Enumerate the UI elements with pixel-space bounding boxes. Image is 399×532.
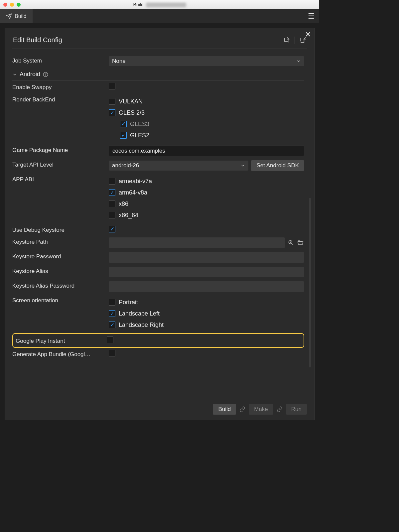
svg-point-1 xyxy=(46,75,46,76)
panel-header: Edit Build Config xyxy=(12,32,307,49)
landscape-left-checkbox[interactable] xyxy=(109,310,115,317)
build-button[interactable]: Build xyxy=(213,404,236,415)
tab-label: Build xyxy=(15,13,27,19)
row-screen-orientation: Screen orientation Portrait Landscape Le… xyxy=(12,294,304,333)
run-button[interactable]: Run xyxy=(286,404,307,415)
vulkan-checkbox[interactable] xyxy=(109,98,115,105)
panel-title: Edit Build Config xyxy=(13,36,62,44)
backend-gles3: GLES3 xyxy=(120,119,304,129)
row-game-package-name: Game Package Name xyxy=(12,144,304,158)
keystore-alias-input[interactable] xyxy=(109,267,304,277)
keystore-password-input[interactable] xyxy=(109,252,304,263)
label-generate-app-bundle: Generate App Bundle (Googl… xyxy=(12,350,109,358)
window-close-button[interactable] xyxy=(3,3,7,7)
group-android[interactable]: Android xyxy=(12,68,304,81)
import-icon[interactable] xyxy=(283,37,290,44)
game-package-name-input[interactable] xyxy=(109,146,304,156)
window-minimize-button[interactable] xyxy=(10,3,14,7)
label-keystore-alias: Keystore Alias xyxy=(12,267,109,275)
label-google-play-instant: Google Play Instant xyxy=(16,336,107,344)
backend-vulkan: VULKAN xyxy=(109,96,304,106)
generate-app-bundle-checkbox[interactable] xyxy=(109,350,115,356)
abi-armeabi-v7a: armeabi-v7a xyxy=(109,176,304,186)
orientation-portrait: Portrait xyxy=(109,297,304,307)
panel-action-icons xyxy=(283,37,306,44)
gles23-checkbox[interactable] xyxy=(109,109,115,116)
hamburger-menu-button[interactable]: ☰ xyxy=(303,12,319,21)
build-config-panel: ✕ Edit Build Config Job System None xyxy=(5,28,315,420)
row-enable-swappy: Enable Swappy xyxy=(12,81,304,93)
x86-64-checkbox[interactable] xyxy=(109,212,115,218)
landscape-right-checkbox[interactable] xyxy=(109,322,115,328)
label-job-system: Job System xyxy=(12,56,109,64)
gles2-checkbox[interactable] xyxy=(120,132,127,139)
chevron-down-icon xyxy=(296,59,301,64)
row-google-play-instant: Google Play Instant xyxy=(12,333,304,348)
row-job-system: Job System None xyxy=(12,54,304,68)
title-obscured xyxy=(146,3,186,7)
svg-line-3 xyxy=(292,244,293,245)
label-game-package-name: Game Package Name xyxy=(12,146,109,154)
zoom-icon[interactable] xyxy=(288,239,294,246)
tab-build[interactable]: Build xyxy=(0,9,33,23)
traffic-lights xyxy=(3,3,21,7)
label-target-api: Target API Level xyxy=(12,160,109,168)
close-button[interactable]: ✕ xyxy=(305,30,311,39)
folder-open-icon[interactable] xyxy=(297,239,304,246)
make-button[interactable]: Make xyxy=(249,404,273,415)
chevron-down-icon xyxy=(12,72,17,77)
backend-gles2: GLES2 xyxy=(120,130,304,140)
label-enable-swappy: Enable Swappy xyxy=(12,83,109,91)
arm64-checkbox[interactable] xyxy=(109,189,115,196)
help-icon[interactable] xyxy=(43,72,48,77)
abi-x86: x86 xyxy=(109,199,304,209)
label-keystore-password: Keystore Password xyxy=(12,252,109,260)
label-render-backend: Render BackEnd xyxy=(12,95,109,103)
window-title: Build xyxy=(133,2,186,7)
use-debug-keystore-checkbox[interactable] xyxy=(109,226,115,232)
set-android-sdk-button[interactable]: Set Android SDK xyxy=(251,160,304,171)
row-target-api: Target API Level android-26 Set Android … xyxy=(12,158,304,173)
label-keystore-alias-password: Keystore Alias Password xyxy=(12,281,109,289)
orientation-landscape-left: Landscape Left xyxy=(109,309,304,319)
link-icon xyxy=(239,406,245,412)
job-system-select[interactable]: None xyxy=(109,56,304,66)
row-keystore-alias-password: Keystore Alias Password xyxy=(12,279,304,294)
separator xyxy=(295,37,295,44)
backend-gles23: GLES 2/3 xyxy=(109,108,304,118)
link-icon xyxy=(277,406,283,412)
portrait-checkbox[interactable] xyxy=(109,299,115,306)
label-keystore-path: Keystore Path xyxy=(12,237,109,245)
label-use-debug-keystore: Use Debug Keystore xyxy=(12,225,109,233)
row-keystore-alias: Keystore Alias xyxy=(12,265,304,279)
abi-x86-64: x86_64 xyxy=(109,210,304,220)
row-app-abi: APP ABI armeabi-v7a arm64-v8a x86 x86_64 xyxy=(12,173,304,223)
panel-footer: Build Make Run xyxy=(213,404,307,415)
armeabi-checkbox[interactable] xyxy=(109,178,115,185)
chevron-down-icon xyxy=(240,163,245,168)
window-maximize-button[interactable] xyxy=(17,3,21,7)
row-generate-app-bundle: Generate App Bundle (Googl… xyxy=(12,348,304,360)
send-icon xyxy=(6,13,12,19)
macos-titlebar: Build xyxy=(0,0,319,9)
orientation-landscape-right: Landscape Right xyxy=(109,320,304,330)
tab-bar: Build ☰ xyxy=(0,9,319,23)
scrollbar[interactable] xyxy=(309,198,311,367)
keystore-path-input[interactable] xyxy=(109,237,285,248)
google-play-instant-checkbox[interactable] xyxy=(107,336,113,343)
group-android-label: Android xyxy=(20,71,40,78)
row-keystore-path: Keystore Path xyxy=(12,235,304,250)
panel-content: Job System None Android Enable Swappy xyxy=(12,54,311,392)
row-keystore-password: Keystore Password xyxy=(12,250,304,265)
target-api-select[interactable]: android-26 xyxy=(109,161,248,171)
abi-arm64-v8a: arm64-v8a xyxy=(109,188,304,198)
label-app-abi: APP ABI xyxy=(12,175,109,183)
enable-swappy-checkbox[interactable] xyxy=(109,83,115,89)
label-screen-orientation: Screen orientation xyxy=(12,296,109,304)
keystore-alias-password-input[interactable] xyxy=(109,281,304,292)
gles3-checkbox[interactable] xyxy=(120,121,127,127)
row-render-backend: Render BackEnd VULKAN GLES 2/3 GLES3 xyxy=(12,93,304,144)
x86-checkbox[interactable] xyxy=(109,200,115,207)
row-use-debug-keystore: Use Debug Keystore xyxy=(12,223,304,235)
